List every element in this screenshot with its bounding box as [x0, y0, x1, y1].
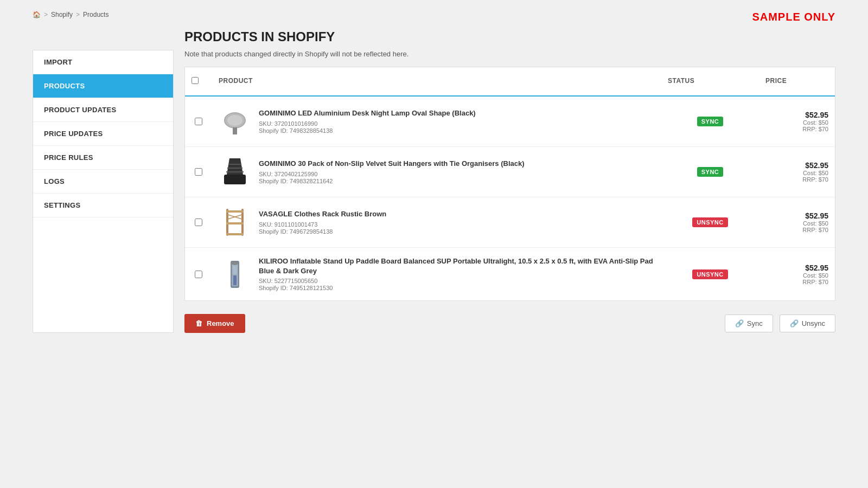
row3-price-cell: $52.95 Cost: $50 RRP: $70	[759, 207, 835, 237]
row1-price-main: $52.95	[765, 111, 828, 119]
row3-price-cost: Cost: $50	[765, 220, 828, 227]
row4-price-main: $52.95	[765, 264, 828, 272]
main-content: Note that products changed directly in S…	[184, 50, 835, 333]
sidebar-item-logs[interactable]: LOGS	[33, 170, 173, 194]
row4-price-cost: Cost: $50	[765, 272, 828, 279]
row3-status-badge: UNSYNC	[692, 217, 727, 227]
svg-rect-11	[226, 210, 244, 213]
sidebar-item-import[interactable]: IMPORT	[33, 50, 173, 74]
header-price: PRICE	[759, 73, 835, 90]
breadcrumb-products: Products	[83, 11, 108, 18]
right-buttons: 🔗 Sync 🔗 Unsync	[725, 314, 835, 332]
breadcrumb-shopify[interactable]: Shopify	[51, 11, 73, 18]
home-icon: 🏠	[33, 11, 41, 18]
row4-product-info: KILIROO Inflatable Stand Up Paddle Board…	[259, 256, 655, 292]
row4-sku: SKU: 5227715005650	[259, 278, 655, 284]
row1-price-cost: Cost: $50	[765, 119, 828, 126]
row4-shopify-id: Shopify ID: 7495128121530	[259, 285, 655, 291]
row2-thumbnail	[219, 156, 251, 188]
table-row: GOMINIMO 30 Pack of Non-Slip Velvet Suit…	[185, 147, 835, 197]
row1-shopify-id: Shopify ID: 7498328854138	[259, 127, 655, 134]
row3-price-main: $52.95	[765, 211, 828, 220]
row1-product-info: GOMINIMO LED Aluminium Desk Night Lamp O…	[259, 108, 655, 134]
row3-checkbox[interactable]	[195, 219, 202, 226]
row2-price-main: $52.95	[765, 161, 828, 170]
row3-sku: SKU: 9101101001473	[259, 221, 655, 228]
row1-price-rrp: RRP: $70	[765, 126, 828, 132]
svg-point-20	[232, 262, 238, 265]
header-product: PRODUCT	[212, 73, 661, 90]
svg-point-3	[227, 115, 242, 126]
row1-status-badge: SYNC	[697, 117, 724, 126]
row4-checkbox-cell	[185, 262, 212, 287]
row3-product-info: VASAGLE Clothes Rack Rustic Brown SKU: 9…	[259, 209, 655, 235]
table-header: PRODUCT STATUS PRICE	[185, 67, 835, 97]
row3-name: VASAGLE Clothes Rack Rustic Brown	[259, 209, 655, 219]
select-all-checkbox[interactable]	[192, 77, 199, 84]
unsync-icon: 🔗	[790, 319, 799, 328]
table-row: VASAGLE Clothes Rack Rustic Brown SKU: 9…	[185, 197, 835, 248]
row2-price-cell: $52.95 Cost: $50 RRP: $70	[759, 157, 835, 187]
row3-thumbnail	[219, 206, 251, 239]
row1-name: GOMINIMO LED Aluminium Desk Night Lamp O…	[259, 108, 655, 118]
svg-rect-8	[226, 171, 244, 172]
row1-thumbnail	[219, 105, 251, 138]
page-title: PRODUCTS IN SHOPIFY	[184, 29, 835, 44]
header-status: STATUS	[661, 73, 759, 90]
bottom-bar: 🗑 Remove 🔗 Sync 🔗 Unsync	[184, 314, 835, 333]
sync-button[interactable]: 🔗 Sync	[725, 314, 773, 332]
row3-price-rrp: RRP: $70	[765, 227, 828, 233]
row2-status-badge: SYNC	[697, 167, 724, 177]
row4-name: KILIROO Inflatable Stand Up Paddle Board…	[259, 256, 655, 276]
row1-status-cell: SYNC	[661, 112, 759, 131]
row2-product-cell: GOMINIMO 30 Pack of Non-Slip Velvet Suit…	[212, 147, 661, 197]
svg-rect-12	[226, 222, 244, 224]
row4-thumbnail	[219, 258, 251, 291]
remove-button[interactable]: 🗑 Remove	[184, 314, 245, 333]
unsync-button-label: Unsync	[802, 319, 825, 328]
svg-rect-7	[227, 168, 242, 169]
row3-shopify-id: Shopify ID: 7496729854138	[259, 228, 655, 235]
svg-rect-19	[233, 275, 237, 285]
header-checkbox-col	[185, 73, 212, 90]
row2-price-rrp: RRP: $70	[765, 176, 828, 183]
row2-sku: SKU: 3720402125990	[259, 171, 655, 177]
row2-shopify-id: Shopify ID: 7498328211642	[259, 178, 655, 184]
note-text: Note that products changed directly in S…	[184, 50, 835, 58]
row1-checkbox[interactable]	[195, 118, 202, 125]
row1-sku: SKU: 3720101016990	[259, 120, 655, 127]
breadcrumb: 🏠 > Shopify > Products	[33, 11, 835, 18]
row3-status-cell: UNSYNC	[661, 213, 759, 232]
sidebar-item-products[interactable]: PRODUCTS	[33, 74, 173, 98]
table-row: GOMINIMO LED Aluminium Desk Night Lamp O…	[185, 97, 835, 147]
row2-checkbox[interactable]	[195, 168, 202, 176]
sidebar-item-price-updates[interactable]: PRICE UPDATES	[33, 122, 173, 146]
sidebar-item-price-rules[interactable]: PRICE RULES	[33, 146, 173, 170]
row4-price-cell: $52.95 Cost: $50 RRP: $70	[759, 259, 835, 290]
svg-rect-4	[224, 175, 246, 184]
svg-rect-6	[228, 164, 241, 165]
row4-price-rrp: RRP: $70	[765, 279, 828, 285]
row3-product-cell: VASAGLE Clothes Rack Rustic Brown SKU: 9…	[212, 197, 661, 247]
sync-button-label: Sync	[747, 319, 763, 328]
sidebar-item-product-updates[interactable]: PRODUCT UPDATES	[33, 98, 173, 122]
row4-status-badge: UNSYNC	[692, 269, 727, 279]
row1-product-cell: GOMINIMO LED Aluminium Desk Night Lamp O…	[212, 97, 661, 146]
svg-rect-13	[226, 233, 244, 235]
sidebar-item-settings[interactable]: SETTINGS	[33, 194, 173, 217]
breadcrumb-sep2: >	[76, 11, 80, 18]
row4-checkbox[interactable]	[195, 271, 202, 278]
row1-checkbox-cell	[185, 109, 212, 134]
breadcrumb-sep1: >	[44, 11, 48, 18]
unsync-button[interactable]: 🔗 Unsync	[780, 314, 835, 332]
trash-icon: 🗑	[195, 319, 202, 328]
table-row: KILIROO Inflatable Stand Up Paddle Board…	[185, 248, 835, 300]
row2-product-info: GOMINIMO 30 Pack of Non-Slip Velvet Suit…	[259, 159, 655, 184]
sync-icon: 🔗	[735, 319, 744, 328]
row2-name: GOMINIMO 30 Pack of Non-Slip Velvet Suit…	[259, 159, 655, 169]
row1-price-cell: $52.95 Cost: $50 RRP: $70	[759, 106, 835, 137]
sample-only-label: SAMPLE ONLY	[752, 11, 835, 23]
row2-checkbox-cell	[185, 159, 212, 184]
products-table: PRODUCT STATUS PRICE	[184, 67, 835, 301]
sidebar: IMPORT PRODUCTS PRODUCT UPDATES PRICE UP…	[33, 50, 174, 333]
